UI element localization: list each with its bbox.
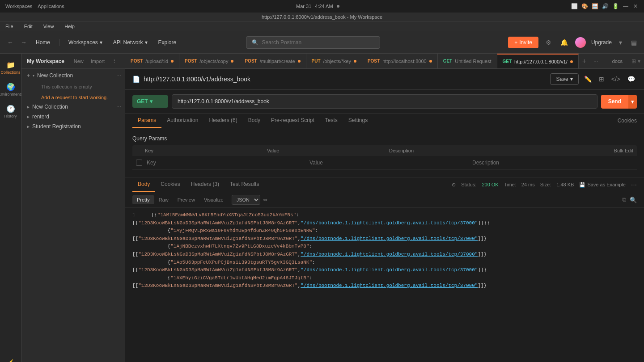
method-select[interactable]: GET ▾ <box>132 95 168 108</box>
collection-more-0[interactable]: ⋯ <box>116 73 121 79</box>
collection-add-request-0[interactable]: Add a request to start working. <box>32 93 125 102</box>
menu-file[interactable]: File <box>4 23 15 30</box>
send-options-button[interactable]: ▾ <box>628 95 637 109</box>
fmt-tab-visualize[interactable]: Visualize <box>199 195 228 204</box>
tab-4[interactable]: POST http://localhost:8000 <box>362 54 438 69</box>
collection-list: + ▾ New Collection ⋯ This collection is … <box>21 69 125 133</box>
explore-nav[interactable]: Explore <box>155 38 180 47</box>
code-button[interactable]: </> <box>610 74 622 84</box>
cookies-link[interactable]: Cookies <box>618 118 637 124</box>
tab-more-button[interactable]: ··· <box>590 58 602 64</box>
word-wrap-icon[interactable]: ⇔ <box>263 197 267 203</box>
close-btn[interactable]: ✕ <box>632 3 639 9</box>
sidebar-tab-environments[interactable]: 🌍 Environments <box>1 79 21 100</box>
title-time: 4:24 AM <box>315 4 333 9</box>
tab-add-button[interactable]: + <box>579 57 590 65</box>
workspaces-nav[interactable]: Workspaces ▾ <box>65 38 106 47</box>
avatar[interactable] <box>575 37 586 48</box>
api-network-nav[interactable]: API Network ▾ <box>110 38 151 47</box>
tab-action-2[interactable]: ▾ <box>638 58 640 64</box>
format-tabs: Pretty Raw Preview Visualize JSON XML HT… <box>125 192 644 208</box>
collection-header-0[interactable]: + ▾ New Collection ⋯ <box>21 71 125 80</box>
notification-button[interactable]: 🔔 <box>559 37 570 48</box>
comment-button[interactable]: 💬 <box>626 74 637 84</box>
params-key-input-0[interactable] <box>145 159 308 167</box>
params-desc-0 <box>470 159 633 167</box>
new-button[interactable]: New <box>71 57 86 65</box>
invite-button[interactable]: + Invite <box>508 37 538 48</box>
duplicate-button[interactable]: ⊞ <box>597 74 606 84</box>
search-bar[interactable]: 🔍 Search Postman <box>246 36 380 49</box>
menu-edit[interactable]: Edit <box>22 23 34 30</box>
back-button[interactable]: ← <box>5 37 15 48</box>
response-more-button[interactable]: ⋯ <box>631 181 637 188</box>
upgrade-button[interactable]: Upgrade <box>591 39 612 46</box>
req-tab-prerequest[interactable]: Pre-request Script <box>266 114 320 128</box>
tab-3[interactable]: PUT /objects/*key <box>306 54 362 69</box>
workspace-actions: New Import ⋮ <box>71 57 119 65</box>
forward-button[interactable]: → <box>19 37 29 48</box>
tab-1[interactable]: POST /objects/copy <box>179 54 239 69</box>
sidebar-tab-history[interactable]: 🕐 History <box>1 101 21 122</box>
tab-docs-button[interactable]: docs <box>607 59 628 64</box>
sidebar-tab-flows[interactable]: ⚡ <box>1 355 21 362</box>
save-icon: 💾 <box>579 182 585 188</box>
req-tab-body[interactable]: Body <box>243 114 266 128</box>
edit-button[interactable]: ✏️ <box>582 74 593 84</box>
res-tab-body[interactable]: Body <box>132 177 155 192</box>
tab-2[interactable]: POST /multipart/create <box>239 54 306 69</box>
sidebar: 📁 Collections 🌍 Environments 🕐 History ⚡ <box>0 54 125 362</box>
fmt-tab-raw[interactable]: Raw <box>154 195 173 204</box>
save-example-button[interactable]: 💾 Save as Example <box>579 182 626 188</box>
collection-header-2[interactable]: ▶ renterd <box>21 112 125 122</box>
req-tab-settings[interactable]: Settings <box>343 114 373 128</box>
upgrade-chevron[interactable]: ▾ <box>617 37 624 48</box>
collection-header-1[interactable]: ▶ New Collection ⋯ <box>21 102 125 112</box>
res-tab-test-results[interactable]: Test Results <box>225 177 264 192</box>
save-example-label: Save as Example <box>587 182 626 187</box>
tab-method-5: GET <box>443 59 453 63</box>
home-link[interactable]: Home <box>32 38 54 47</box>
row-checkbox-0[interactable] <box>136 160 145 166</box>
res-tab-headers[interactable]: Headers (3) <box>186 177 225 192</box>
menu-view[interactable]: View <box>42 23 56 30</box>
sidebar-tab-collections[interactable]: 📁 Collections <box>1 57 21 78</box>
collections-options[interactable]: ⋮ <box>109 57 119 65</box>
api-network-chevron: ▾ <box>145 39 148 46</box>
applications-label[interactable]: Applications <box>38 4 64 9</box>
fmt-tab-preview[interactable]: Preview <box>173 195 199 204</box>
collection-add-icon[interactable]: + <box>27 72 30 79</box>
tab-action-1[interactable]: ⊞ <box>631 58 636 64</box>
format-actions: ⧉ 🔍 <box>622 196 637 203</box>
collection-more-1[interactable]: ⋯ <box>116 104 121 110</box>
params-desc-input-0[interactable] <box>470 159 633 167</box>
req-tab-auth[interactable]: Authorization <box>161 114 203 128</box>
workspaces-label[interactable]: Workspaces <box>5 4 32 9</box>
import-button[interactable]: Import <box>88 57 107 65</box>
window-icon-4: 🔊 <box>602 3 609 9</box>
tab-0[interactable]: POST /upload/:id <box>125 54 179 69</box>
req-tab-tests[interactable]: Tests <box>320 114 343 128</box>
req-tab-params[interactable]: Params <box>132 114 161 128</box>
save-button[interactable]: Save ▾ <box>550 73 578 85</box>
copy-response-button[interactable]: ⧉ <box>622 196 626 203</box>
settings-button[interactable]: ⚙ <box>544 37 553 48</box>
collection-header-3[interactable]: ▶ Student Registration <box>21 122 125 131</box>
format-type-select[interactable]: JSON XML HTML Text <box>232 195 260 205</box>
request-url-bar: GET ▾ Send ▾ <box>125 90 644 114</box>
req-tab-headers[interactable]: Headers (6) <box>203 114 242 128</box>
minimize-btn[interactable]: — <box>623 3 629 9</box>
res-tab-cookies[interactable]: Cookies <box>155 177 185 192</box>
tab-6[interactable]: GET http://127.0.0.1:8000/v1/ <box>497 54 579 69</box>
bulk-edit-btn[interactable]: Bulk Edit <box>511 148 633 153</box>
layout-button[interactable]: ▤ <box>629 37 639 48</box>
collection-item-1: ▶ New Collection ⋯ <box>21 102 125 112</box>
fmt-tab-pretty[interactable]: Pretty <box>132 195 154 204</box>
send-button[interactable]: Send <box>601 95 628 109</box>
tab-5[interactable]: GET Untitled Request <box>438 54 497 69</box>
url-input[interactable] <box>172 94 597 109</box>
search-response-button[interactable]: 🔍 <box>630 196 637 203</box>
menu-help[interactable]: Help <box>63 23 76 30</box>
request-response-area: POST /upload/:id POST /objects/copy POST… <box>125 54 644 362</box>
params-value-input-0[interactable] <box>308 159 470 167</box>
